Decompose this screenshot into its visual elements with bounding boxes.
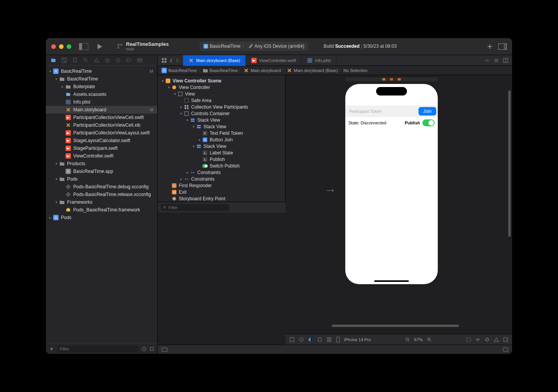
canvas-v-scrollbar[interactable]: [508, 90, 511, 237]
pin-icon[interactable]: [484, 337, 490, 342]
token-textfield[interactable]: Participant Token: [347, 109, 418, 114]
outline-row-3[interactable]: Safe Area: [158, 97, 285, 104]
outline-row-18[interactable]: Storyboard Entry Point: [158, 195, 285, 202]
jumpbar-item-3[interactable]: Main.storyboard (Base): [287, 68, 338, 73]
outline-row-13[interactable]: Switch Publish: [158, 162, 285, 169]
outline-row-16[interactable]: 1First Responder: [158, 182, 285, 189]
issue-navigator-icon[interactable]: [94, 57, 99, 63]
back-icon[interactable]: [169, 58, 173, 63]
outline-row-4[interactable]: ▸Collection View Participants: [158, 104, 285, 110]
jumpbar-item-0[interactable]: ABasicRealTime: [161, 68, 197, 73]
resolve-icon[interactable]: [494, 337, 499, 342]
recent-filter-icon[interactable]: [142, 347, 146, 351]
debug-navigator-icon[interactable]: [115, 57, 121, 63]
orientation-icon[interactable]: i: [299, 337, 304, 342]
toggle-inspector-icon[interactable]: [498, 44, 507, 50]
run-button[interactable]: [88, 43, 111, 50]
nav-row-7[interactable]: ParticipantCollectionViewCell.xib: [46, 121, 157, 129]
nav-row-16[interactable]: Pods-BasicRealTime.release.xcconfig: [46, 191, 157, 198]
editor-options-icon[interactable]: [484, 58, 490, 63]
publish-switch[interactable]: [422, 119, 435, 126]
nav-row-5[interactable]: Main.storyboardM: [46, 106, 157, 114]
device-name[interactable]: iPhone 14 Pro: [344, 337, 371, 342]
close-window[interactable]: [51, 44, 56, 49]
zoom-in-icon[interactable]: [427, 337, 432, 342]
update-frames-icon[interactable]: [466, 337, 471, 342]
outline-row-17[interactable]: Exit: [158, 189, 285, 195]
project-name[interactable]: RealTimeSamples: [126, 42, 169, 47]
jumpbar-item-2[interactable]: Main.storyboard: [244, 68, 281, 73]
debug-filter-icon[interactable]: [503, 347, 508, 352]
embed-icon[interactable]: [503, 337, 508, 342]
nav-row-1[interactable]: ▾BasicRealTime: [46, 75, 157, 83]
nav-row-9[interactable]: StageLayoutCalculator.swift: [46, 137, 157, 144]
layout-icon[interactable]: [326, 337, 332, 342]
outline-row-12[interactable]: LPublish: [158, 156, 285, 162]
adjust-editor-icon[interactable]: [494, 58, 499, 63]
document-outline[interactable]: ▾View Controller Scene▾View Controller▾V…: [158, 75, 286, 202]
outline-row-11[interactable]: LLabel State: [158, 149, 285, 156]
source-control-navigator-icon[interactable]: [61, 57, 67, 63]
nav-row-14[interactable]: ▾Pods: [46, 175, 157, 183]
branch-name[interactable]: main: [126, 47, 169, 51]
nav-row-19[interactable]: ▸APods: [46, 214, 157, 221]
outline-row-7[interactable]: ▾Stack View: [158, 123, 285, 130]
nav-row-13[interactable]: ABasicRealTime.app: [46, 168, 157, 175]
nav-row-0[interactable]: ▾ABasicRealTimeM: [46, 67, 157, 75]
canvas-h-scrollbar[interactable]: [332, 325, 459, 327]
related-items-icon[interactable]: [161, 58, 167, 63]
forward-icon[interactable]: [175, 58, 179, 63]
nav-row-3[interactable]: Assets.xcassets: [46, 90, 157, 98]
outline-row-2[interactable]: ▾View: [158, 90, 285, 97]
tab-0[interactable]: Main.storyboard (Base): [183, 55, 246, 66]
nav-row-10[interactable]: StageParticipant.swift: [46, 144, 157, 152]
nav-row-11[interactable]: ViewController.swift: [46, 152, 157, 160]
outline-row-1[interactable]: ▾View Controller: [158, 84, 285, 90]
join-button[interactable]: Join: [418, 107, 436, 116]
project-navigator-icon[interactable]: [50, 57, 56, 63]
report-navigator-icon[interactable]: [137, 57, 143, 63]
jump-bar[interactable]: ABasicRealTime 〉 BasicRealTime 〉 Main.st…: [158, 66, 512, 75]
appearance-icon[interactable]: [308, 337, 313, 342]
scm-filter-icon[interactable]: [150, 347, 154, 351]
navigator-filter[interactable]: [57, 345, 139, 352]
nav-row-8[interactable]: ParticipantCollectionViewLayout.swift: [46, 129, 157, 137]
tab-1[interactable]: ViewController.swift: [246, 55, 302, 66]
outline-row-15[interactable]: ▸Constraints: [158, 176, 285, 182]
nav-row-17[interactable]: ▾Frameworks: [46, 198, 157, 206]
entry-point-arrow[interactable]: →: [324, 183, 336, 197]
interface-builder-canvas[interactable]: → Participant Token Join State: Disconne…: [286, 75, 512, 334]
add-icon[interactable]: [487, 44, 493, 50]
outline-row-9[interactable]: ▸BButton Join: [158, 136, 285, 143]
project-tree[interactable]: ▾ABasicRealTimeM▾BasicRealTime▸Boilerpla…: [46, 66, 157, 343]
toggle-debug-icon[interactable]: [161, 347, 168, 352]
add-file-icon[interactable]: [49, 346, 54, 352]
build-status[interactable]: Build Succeeded | 5/30/23 at 08:03: [324, 44, 397, 49]
nav-row-4[interactable]: Info.plist: [46, 98, 157, 106]
device-config-icon[interactable]: [317, 337, 323, 342]
outline-row-5[interactable]: ▾Controls Container: [158, 110, 285, 117]
outline-filter[interactable]: [161, 204, 229, 211]
outline-row-14[interactable]: ▸Constraints: [158, 169, 285, 176]
bookmark-navigator-icon[interactable]: [72, 57, 78, 63]
device-preview[interactable]: Participant Token Join State: Disconnect…: [345, 84, 438, 284]
tab-2[interactable]: Info.plist: [302, 55, 336, 66]
find-navigator-icon[interactable]: [83, 57, 89, 63]
add-editor-icon[interactable]: [503, 58, 508, 63]
nav-row-18[interactable]: Pods_BasicRealTime.framework: [46, 206, 157, 214]
outline-row-8[interactable]: FText Field Token: [158, 130, 285, 136]
nav-row-12[interactable]: ▾Products: [46, 160, 157, 168]
zoom-out-icon[interactable]: [405, 337, 410, 342]
view-as-icon[interactable]: [289, 337, 295, 342]
outline-row-6[interactable]: ▾Stack View: [158, 117, 285, 123]
outline-row-10[interactable]: ▾Stack View: [158, 143, 285, 149]
test-navigator-icon[interactable]: [104, 57, 110, 63]
scheme-selector[interactable]: A BasicRealTime 〉 Any iOS Device (arm64): [200, 42, 308, 51]
toggle-navigator-icon[interactable]: [79, 43, 88, 50]
minimize-window[interactable]: [59, 44, 64, 49]
jumpbar-item-4[interactable]: No Selection: [343, 68, 367, 73]
nav-row-6[interactable]: ParticipantCollectionViewCell.swift: [46, 114, 157, 121]
zoom-level[interactable]: 67%: [414, 337, 423, 342]
scene-dock[interactable]: [345, 77, 438, 81]
zoom-window[interactable]: [67, 44, 71, 49]
